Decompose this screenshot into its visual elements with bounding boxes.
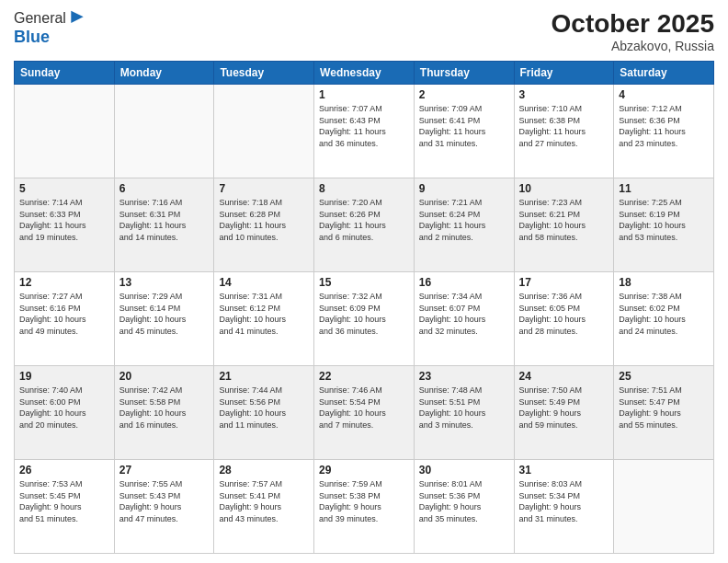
week-row-5: 26Sunrise: 7:53 AM Sunset: 5:45 PM Dayli… bbox=[15, 460, 714, 554]
calendar-cell: 12Sunrise: 7:27 AM Sunset: 6:16 PM Dayli… bbox=[15, 272, 115, 366]
day-number: 6 bbox=[119, 182, 210, 195]
day-number: 13 bbox=[119, 276, 210, 289]
day-number: 24 bbox=[519, 370, 609, 383]
title-block: October 2025 Abzakovo, Russia bbox=[552, 9, 714, 53]
day-number: 1 bbox=[319, 88, 409, 101]
day-number: 11 bbox=[619, 182, 709, 195]
day-number: 22 bbox=[319, 370, 409, 383]
day-number: 4 bbox=[619, 88, 709, 101]
calendar-cell: 10Sunrise: 7:23 AM Sunset: 6:21 PM Dayli… bbox=[514, 178, 614, 272]
day-number: 5 bbox=[19, 182, 109, 195]
header-tuesday: Tuesday bbox=[214, 62, 314, 85]
day-number: 27 bbox=[119, 464, 210, 477]
header-monday: Monday bbox=[114, 62, 214, 85]
day-number: 2 bbox=[419, 88, 509, 101]
day-info: Sunrise: 7:20 AM Sunset: 6:26 PM Dayligh… bbox=[319, 197, 409, 243]
day-number: 20 bbox=[119, 370, 210, 383]
day-info: Sunrise: 7:09 AM Sunset: 6:41 PM Dayligh… bbox=[419, 103, 509, 149]
calendar-cell bbox=[214, 85, 314, 178]
calendar-cell: 1Sunrise: 7:07 AM Sunset: 6:43 PM Daylig… bbox=[314, 85, 415, 178]
day-info: Sunrise: 7:57 AM Sunset: 5:41 PM Dayligh… bbox=[219, 478, 309, 524]
logo-blue: Blue bbox=[14, 28, 50, 46]
week-row-2: 5Sunrise: 7:14 AM Sunset: 6:33 PM Daylig… bbox=[15, 178, 714, 272]
day-number: 19 bbox=[19, 370, 109, 383]
header-saturday: Saturday bbox=[614, 62, 714, 85]
calendar-cell: 30Sunrise: 8:01 AM Sunset: 5:36 PM Dayli… bbox=[414, 460, 514, 554]
day-info: Sunrise: 8:01 AM Sunset: 5:36 PM Dayligh… bbox=[419, 478, 509, 524]
day-info: Sunrise: 7:14 AM Sunset: 6:33 PM Dayligh… bbox=[19, 197, 109, 243]
calendar-cell: 20Sunrise: 7:42 AM Sunset: 5:58 PM Dayli… bbox=[114, 366, 214, 460]
svg-marker-0 bbox=[71, 11, 83, 23]
day-info: Sunrise: 7:42 AM Sunset: 5:58 PM Dayligh… bbox=[119, 385, 210, 431]
calendar-cell: 18Sunrise: 7:38 AM Sunset: 6:02 PM Dayli… bbox=[614, 272, 714, 366]
calendar-cell: 13Sunrise: 7:29 AM Sunset: 6:14 PM Dayli… bbox=[114, 272, 214, 366]
day-info: Sunrise: 7:38 AM Sunset: 6:02 PM Dayligh… bbox=[619, 291, 709, 337]
day-info: Sunrise: 8:03 AM Sunset: 5:34 PM Dayligh… bbox=[519, 478, 609, 524]
day-number: 12 bbox=[19, 276, 109, 289]
day-info: Sunrise: 7:34 AM Sunset: 6:07 PM Dayligh… bbox=[419, 291, 509, 337]
calendar-cell: 19Sunrise: 7:40 AM Sunset: 6:00 PM Dayli… bbox=[15, 366, 115, 460]
calendar-cell: 22Sunrise: 7:46 AM Sunset: 5:54 PM Dayli… bbox=[314, 366, 415, 460]
calendar-cell: 4Sunrise: 7:12 AM Sunset: 6:36 PM Daylig… bbox=[614, 85, 714, 178]
day-info: Sunrise: 7:31 AM Sunset: 6:12 PM Dayligh… bbox=[219, 291, 309, 337]
day-info: Sunrise: 7:27 AM Sunset: 6:16 PM Dayligh… bbox=[19, 291, 109, 337]
day-info: Sunrise: 7:59 AM Sunset: 5:38 PM Dayligh… bbox=[319, 478, 409, 524]
calendar-cell: 31Sunrise: 8:03 AM Sunset: 5:34 PM Dayli… bbox=[514, 460, 614, 554]
day-info: Sunrise: 7:23 AM Sunset: 6:21 PM Dayligh… bbox=[519, 197, 609, 243]
calendar-cell: 6Sunrise: 7:16 AM Sunset: 6:31 PM Daylig… bbox=[114, 178, 214, 272]
day-number: 31 bbox=[519, 464, 609, 477]
calendar-header-row: SundayMondayTuesdayWednesdayThursdayFrid… bbox=[15, 62, 714, 85]
calendar-cell: 2Sunrise: 7:09 AM Sunset: 6:41 PM Daylig… bbox=[414, 85, 514, 178]
calendar-cell: 5Sunrise: 7:14 AM Sunset: 6:33 PM Daylig… bbox=[15, 178, 115, 272]
calendar-cell: 29Sunrise: 7:59 AM Sunset: 5:38 PM Dayli… bbox=[314, 460, 415, 554]
day-number: 9 bbox=[419, 182, 509, 195]
header-thursday: Thursday bbox=[414, 62, 514, 85]
calendar-cell: 14Sunrise: 7:31 AM Sunset: 6:12 PM Dayli… bbox=[214, 272, 314, 366]
day-info: Sunrise: 7:36 AM Sunset: 6:05 PM Dayligh… bbox=[519, 291, 609, 337]
day-number: 26 bbox=[19, 464, 109, 477]
day-info: Sunrise: 7:16 AM Sunset: 6:31 PM Dayligh… bbox=[119, 197, 210, 243]
day-info: Sunrise: 7:07 AM Sunset: 6:43 PM Dayligh… bbox=[319, 103, 409, 149]
day-number: 14 bbox=[219, 276, 309, 289]
calendar-cell: 21Sunrise: 7:44 AM Sunset: 5:56 PM Dayli… bbox=[214, 366, 314, 460]
calendar-cell: 25Sunrise: 7:51 AM Sunset: 5:47 PM Dayli… bbox=[614, 366, 714, 460]
calendar-cell: 23Sunrise: 7:48 AM Sunset: 5:51 PM Dayli… bbox=[414, 366, 514, 460]
day-info: Sunrise: 7:29 AM Sunset: 6:14 PM Dayligh… bbox=[119, 291, 210, 337]
day-number: 16 bbox=[419, 276, 509, 289]
day-info: Sunrise: 7:40 AM Sunset: 6:00 PM Dayligh… bbox=[19, 385, 109, 431]
week-row-4: 19Sunrise: 7:40 AM Sunset: 6:00 PM Dayli… bbox=[15, 366, 714, 460]
day-info: Sunrise: 7:55 AM Sunset: 5:43 PM Dayligh… bbox=[119, 478, 210, 524]
day-info: Sunrise: 7:25 AM Sunset: 6:19 PM Dayligh… bbox=[619, 197, 709, 243]
calendar-cell bbox=[614, 460, 714, 554]
day-number: 8 bbox=[319, 182, 409, 195]
day-number: 17 bbox=[519, 276, 609, 289]
day-info: Sunrise: 7:48 AM Sunset: 5:51 PM Dayligh… bbox=[419, 385, 509, 431]
day-number: 15 bbox=[319, 276, 409, 289]
day-number: 3 bbox=[519, 88, 609, 101]
calendar-cell: 26Sunrise: 7:53 AM Sunset: 5:45 PM Dayli… bbox=[15, 460, 115, 554]
month-title: October 2025 bbox=[552, 9, 714, 39]
calendar-cell: 15Sunrise: 7:32 AM Sunset: 6:09 PM Dayli… bbox=[314, 272, 415, 366]
week-row-3: 12Sunrise: 7:27 AM Sunset: 6:16 PM Dayli… bbox=[15, 272, 714, 366]
day-number: 23 bbox=[419, 370, 509, 383]
header-wednesday: Wednesday bbox=[314, 62, 415, 85]
calendar-header: General Blue October 2025 Abzakovo, Russ… bbox=[14, 9, 714, 53]
logo: General Blue bbox=[14, 9, 86, 47]
day-number: 21 bbox=[219, 370, 309, 383]
calendar-cell bbox=[114, 85, 214, 178]
day-info: Sunrise: 7:10 AM Sunset: 6:38 PM Dayligh… bbox=[519, 103, 609, 149]
logo-general: General bbox=[14, 10, 66, 27]
day-number: 7 bbox=[219, 182, 309, 195]
day-info: Sunrise: 7:44 AM Sunset: 5:56 PM Dayligh… bbox=[219, 385, 309, 431]
week-row-1: 1Sunrise: 7:07 AM Sunset: 6:43 PM Daylig… bbox=[15, 85, 714, 178]
day-number: 28 bbox=[219, 464, 309, 477]
day-number: 25 bbox=[619, 370, 709, 383]
day-number: 18 bbox=[619, 276, 709, 289]
day-info: Sunrise: 7:46 AM Sunset: 5:54 PM Dayligh… bbox=[319, 385, 409, 431]
calendar-cell: 7Sunrise: 7:18 AM Sunset: 6:28 PM Daylig… bbox=[214, 178, 314, 272]
header-friday: Friday bbox=[514, 62, 614, 85]
day-info: Sunrise: 7:51 AM Sunset: 5:47 PM Dayligh… bbox=[619, 385, 709, 431]
calendar-cell: 24Sunrise: 7:50 AM Sunset: 5:49 PM Dayli… bbox=[514, 366, 614, 460]
header-sunday: Sunday bbox=[15, 62, 115, 85]
day-info: Sunrise: 7:21 AM Sunset: 6:24 PM Dayligh… bbox=[419, 197, 509, 243]
